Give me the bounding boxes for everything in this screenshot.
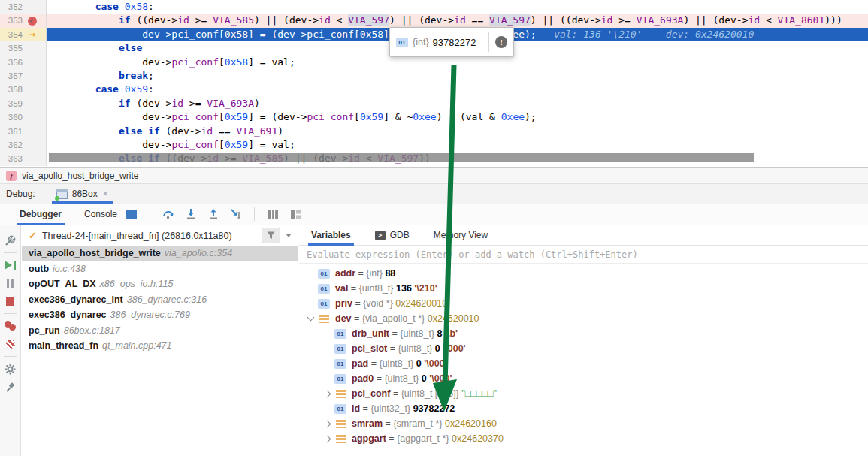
primitive-badge: 01 bbox=[334, 329, 346, 339]
ide-window: 352 case 0x58:353 if ((dev->id >= VIA_58… bbox=[0, 0, 868, 456]
variable-row[interactable]: 01addr = {int} 88 bbox=[299, 266, 868, 281]
gutter[interactable]: 363 bbox=[0, 152, 47, 165]
code-line[interactable]: 361 else if (dev->id == VIA_691) bbox=[0, 125, 868, 138]
stop-icon[interactable] bbox=[5, 295, 17, 307]
code-line[interactable]: 362 dev->pci_conf[0x59] = val; bbox=[0, 138, 868, 152]
variable-row[interactable]: 01priv = {void *} 0x24620010 bbox=[299, 296, 868, 311]
variable-row[interactable]: 01val = {uint8_t} 136 '\210' bbox=[299, 281, 868, 296]
variable-row[interactable]: smram = {smram_t *} 0x24620160 bbox=[299, 416, 868, 431]
gutter[interactable]: 354→ bbox=[0, 28, 47, 41]
hamburger-icon[interactable] bbox=[126, 208, 138, 220]
debugger-toolbar: Debugger Console bbox=[0, 204, 868, 225]
struct-icon bbox=[336, 420, 346, 428]
gutter[interactable]: 357 bbox=[0, 69, 47, 83]
variable-row[interactable]: 01id = {uint32_t} 93782272 bbox=[299, 401, 868, 416]
run-to-cursor-icon[interactable] bbox=[230, 208, 242, 220]
thread-check-icon: ✓ bbox=[29, 230, 37, 241]
stack-frame-row[interactable]: pc_run86box.c:1817 bbox=[22, 323, 298, 339]
stack-frame-row[interactable]: opOUT_AL_DXx86_ops_io.h:115 bbox=[22, 276, 298, 292]
gutter[interactable]: 356 bbox=[0, 56, 47, 69]
evaluate-expression-icon[interactable] bbox=[267, 208, 279, 220]
struct-icon bbox=[336, 390, 346, 398]
evaluate-expression-input[interactable] bbox=[299, 246, 868, 263]
mute-breakpoints-icon[interactable] bbox=[5, 338, 17, 350]
variable-row[interactable]: dev = {via_apollo_t *} 0x24620010 bbox=[299, 311, 868, 326]
gutter[interactable]: 362 bbox=[0, 138, 47, 152]
view-breakpoints-icon[interactable] bbox=[5, 320, 17, 332]
primitive-badge: 01 bbox=[396, 38, 408, 47]
step-out-icon[interactable] bbox=[207, 208, 219, 220]
info-icon[interactable]: ! bbox=[495, 36, 507, 48]
pause-icon[interactable] bbox=[5, 277, 17, 289]
code-line[interactable]: 360 dev->pci_conf[0x59] = (dev->pci_conf… bbox=[0, 110, 868, 124]
debug-session-tab[interactable]: 86Box × bbox=[52, 184, 113, 204]
thread-selector[interactable]: ✓ Thread-24-[main_thread_fn] (26816.0x11… bbox=[22, 225, 298, 246]
stack-frame-row[interactable]: exec386_dynarec_int386_dynarec.c:316 bbox=[22, 292, 298, 308]
code-editor[interactable]: 352 case 0x58:353 if ((dev->id >= VIA_58… bbox=[0, 0, 868, 167]
gutter[interactable]: 355 bbox=[0, 41, 47, 55]
layout-settings-icon[interactable] bbox=[289, 208, 301, 220]
code-line[interactable]: 353 if ((dev->id >= VIA_585) || (dev->id… bbox=[0, 14, 868, 27]
step-over-icon[interactable] bbox=[162, 208, 174, 220]
primitive-badge: 01 bbox=[334, 374, 346, 384]
variable-row[interactable]: 01pad = {uint8_t} 0 '\000' bbox=[299, 356, 868, 371]
gutter[interactable]: 352 bbox=[0, 0, 47, 14]
resume-icon[interactable] bbox=[5, 259, 17, 271]
debug-side-toolbar bbox=[0, 225, 21, 456]
variable-row[interactable]: 01pad0 = {uint8_t} 0 '\000' bbox=[299, 371, 868, 386]
breakpoint-icon[interactable] bbox=[28, 17, 37, 26]
primitive-badge: 01 bbox=[318, 299, 330, 309]
chevron-down-icon[interactable] bbox=[307, 314, 314, 322]
wrench-icon[interactable] bbox=[5, 234, 17, 246]
tab-console[interactable]: Console bbox=[81, 204, 120, 225]
variables-tree: 01addr = {int} 8801val = {uint8_t} 136 '… bbox=[299, 264, 868, 446]
primitive-badge: 01 bbox=[318, 269, 330, 279]
settings-gear-icon[interactable] bbox=[5, 363, 17, 375]
tab-variables[interactable]: Variables bbox=[308, 225, 354, 246]
variable-row[interactable]: 01pci_slot = {uint8_t} 0 '\000' bbox=[299, 341, 868, 356]
stack-frame-row[interactable]: exec386_dynarec386_dynarec.c:769 bbox=[22, 307, 298, 323]
pin-icon[interactable] bbox=[5, 381, 17, 393]
debug-session-title: 86Box bbox=[72, 189, 98, 199]
code-line[interactable]: 359 if (dev->id >= VIA_693A) bbox=[0, 97, 868, 110]
stack-frame-row[interactable]: outbio.c:438 bbox=[22, 261, 298, 277]
tab-memory-view[interactable]: Memory View bbox=[431, 225, 491, 246]
stack-frame-row[interactable]: via_apollo_host_bridge_writevia_apollo.c… bbox=[22, 246, 298, 261]
debugger-panel: ✓ Thread-24-[main_thread_fn] (26816.0x11… bbox=[0, 225, 868, 456]
chevron-right-icon[interactable] bbox=[323, 390, 331, 397]
gutter[interactable]: 359 bbox=[0, 97, 47, 110]
code-line[interactable]: 352 case 0x58: bbox=[0, 0, 868, 14]
evaluate-expression-row bbox=[299, 246, 868, 264]
editor-horizontal-scrollbar[interactable] bbox=[49, 153, 754, 162]
code-lines: 352 case 0x58:353 if ((dev->id >= VIA_58… bbox=[0, 0, 868, 166]
filter-button[interactable] bbox=[262, 228, 280, 243]
chevron-right-icon[interactable] bbox=[323, 435, 331, 442]
variable-row[interactable]: 01drb_unit = {uint8_t} 8 '\b' bbox=[299, 326, 868, 341]
thread-name: Thread-24-[main_thread_fn] (26816.0x11a8… bbox=[42, 231, 232, 241]
frames-list: via_apollo_host_bridge_writevia_apollo.c… bbox=[22, 246, 298, 354]
function-name[interactable]: via_apollo_host_bridge_write bbox=[22, 171, 138, 181]
gutter[interactable]: 358 bbox=[0, 83, 47, 96]
tab-debugger[interactable]: Debugger bbox=[17, 204, 65, 225]
gutter[interactable]: 360 bbox=[0, 110, 47, 124]
close-icon[interactable]: × bbox=[103, 189, 108, 199]
code-line[interactable]: 358 case 0x59: bbox=[0, 83, 868, 96]
variable-row[interactable]: agpgart = {agpgart_t *} 0x24620370 bbox=[299, 431, 868, 446]
variables-tabs: Variables >GDB Memory View bbox=[299, 225, 868, 246]
gdb-prompt-icon: > bbox=[375, 231, 386, 240]
tooltip-value: 93782272 bbox=[433, 37, 476, 48]
debug-toolwindow-header: Debug: 86Box × bbox=[0, 184, 868, 204]
debug-label: Debug: bbox=[6, 189, 35, 199]
chevron-right-icon[interactable] bbox=[323, 420, 331, 427]
primitive-badge: 01 bbox=[334, 404, 346, 414]
step-into-icon[interactable] bbox=[185, 208, 197, 220]
gutter[interactable]: 353 bbox=[0, 14, 47, 27]
tab-gdb[interactable]: >GDB bbox=[372, 225, 413, 246]
code-line[interactable]: 357 break; bbox=[0, 69, 868, 83]
variable-row[interactable]: pci_conf = {uint8_t [256]} "□□□□□" bbox=[299, 386, 868, 401]
stack-frame-row[interactable]: main_thread_fnqt_main.cpp:471 bbox=[22, 338, 298, 354]
struct-icon bbox=[319, 315, 329, 323]
gutter[interactable]: 361 bbox=[0, 125, 47, 138]
chevron-down-icon[interactable] bbox=[286, 234, 292, 237]
code-line[interactable]: 356 dev->pci_conf[0x58] = val; bbox=[0, 56, 868, 69]
